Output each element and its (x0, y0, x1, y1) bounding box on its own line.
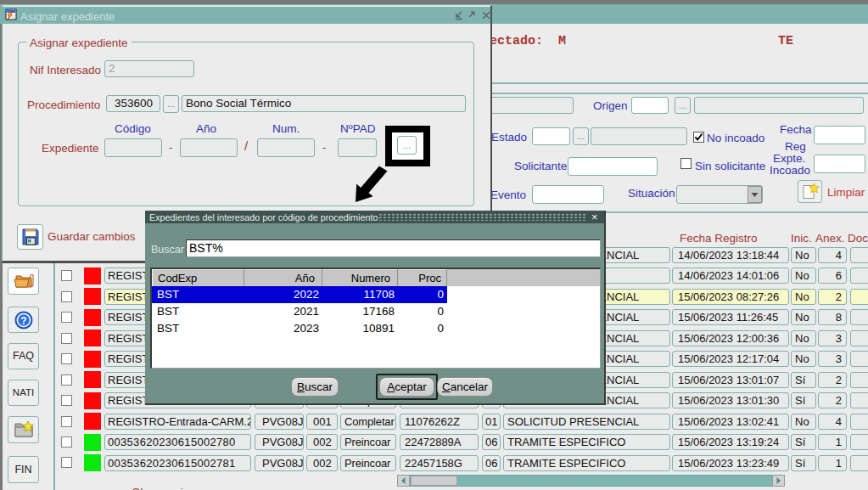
svg-text:?: ? (20, 315, 26, 327)
